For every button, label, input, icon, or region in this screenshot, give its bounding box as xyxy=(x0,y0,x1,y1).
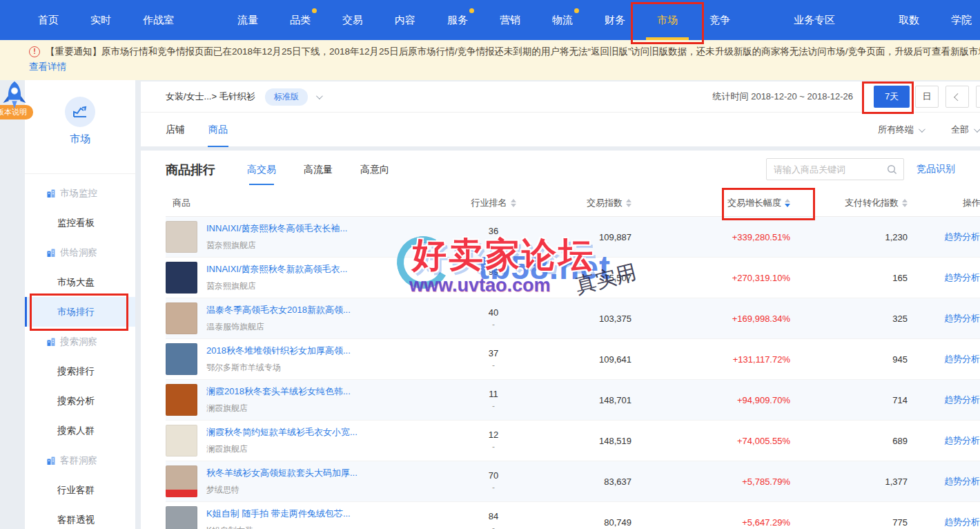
nav-item-label: 竞争 xyxy=(709,14,730,27)
trend-analysis-link[interactable]: 趋势分析 xyxy=(944,517,980,527)
product-image[interactable] xyxy=(166,465,197,497)
sidebar-item[interactable]: 监控看板 xyxy=(25,208,135,238)
product-image[interactable] xyxy=(166,262,197,294)
sidebar-item-label: 客群透视 xyxy=(57,514,95,526)
product-title-link[interactable]: 2018秋冬堆堆领针织衫女加厚高领... xyxy=(206,345,351,357)
product-shop-name: 鄂尔多斯市羊绒专场 xyxy=(206,362,351,374)
nav-item[interactable]: 市场 xyxy=(657,0,678,40)
standard-edition-badge[interactable]: 标准版 xyxy=(265,88,308,106)
nav-item[interactable]: 流量 xyxy=(237,0,258,40)
nav-item[interactable]: 营销 xyxy=(500,0,520,40)
nav-item[interactable]: 物流 xyxy=(552,0,573,40)
tab-shop[interactable]: 店铺 xyxy=(166,113,185,147)
prev-period-button[interactable] xyxy=(945,86,969,108)
nav-item[interactable]: 内容 xyxy=(395,0,415,40)
product-title-link[interactable]: INNAIXI/茵奈熙秋冬高领毛衣长袖... xyxy=(206,222,347,235)
nav-item[interactable]: 取数 xyxy=(899,0,919,40)
sidebar-item[interactable]: 客群洞察 xyxy=(25,445,135,475)
nav-item[interactable]: 作战室 xyxy=(143,0,174,40)
sidebar-item[interactable]: 搜索排行 xyxy=(25,356,135,386)
rocket-icon[interactable] xyxy=(1,80,28,110)
ranking-tabs: 高交易 高流量 高意向 xyxy=(247,151,417,189)
col-header-rank[interactable]: 行业排名 xyxy=(455,197,531,209)
sidebar-item[interactable]: 客群透视 xyxy=(25,505,135,529)
sidebar-item[interactable]: 市场大盘 xyxy=(25,267,135,297)
sort-icon[interactable] xyxy=(511,199,516,207)
competitor-identify-link[interactable]: 竞品识别 xyxy=(917,163,955,175)
sidebar-item[interactable]: 市场监控 xyxy=(25,178,135,208)
tab-product[interactable]: 商品 xyxy=(208,113,228,147)
nav-item-label: 学院 xyxy=(951,14,972,27)
sort-icon[interactable] xyxy=(902,199,908,207)
notice-detail-link[interactable]: 查看详情 xyxy=(29,61,66,73)
trend-analysis-link[interactable]: 趋势分析 xyxy=(944,231,980,242)
notification-dot-icon xyxy=(312,8,317,13)
product-title-link[interactable]: K姐自制 随手拍 带走两件兔绒包芯... xyxy=(206,508,351,520)
category-building-icon xyxy=(46,189,56,198)
product-image[interactable] xyxy=(166,343,197,375)
nav-item[interactable]: 财务 xyxy=(605,0,625,40)
terminal-filter-dropdown[interactable]: 所有终端 xyxy=(878,124,923,136)
category-building-icon xyxy=(46,248,56,258)
trade-index-value: 75,507 xyxy=(531,273,631,283)
col-header-trade-index[interactable]: 交易指数 xyxy=(531,197,631,209)
trend-analysis-link[interactable]: 趋势分析 xyxy=(944,394,980,405)
nav-item[interactable]: 服务 xyxy=(447,0,468,40)
sidebar-item[interactable]: 搜索洞察 xyxy=(25,327,135,356)
tab-high-trade[interactable]: 高交易 xyxy=(247,151,276,189)
sidebar-item[interactable]: 市场排行 xyxy=(25,297,135,327)
period-7day-button[interactable]: 7天 xyxy=(874,86,910,108)
nav-item[interactable]: 实时 xyxy=(90,0,111,40)
product-image[interactable] xyxy=(166,221,197,253)
product-image[interactable] xyxy=(166,384,197,416)
nav-item[interactable]: 品类 xyxy=(290,0,311,40)
product-title-link[interactable]: 秋冬羊绒衫女高领短款套头大码加厚... xyxy=(206,467,357,479)
nav-item[interactable]: 学院 xyxy=(951,0,972,40)
col-header-conversion[interactable]: 支付转化指数 xyxy=(832,197,935,209)
tab-high-intent[interactable]: 高意向 xyxy=(360,151,389,189)
col-header-growth[interactable]: 交易增长幅度 xyxy=(631,197,832,209)
col-header-action: 操作 xyxy=(935,197,980,209)
conversion-index-value: 945 xyxy=(832,354,935,365)
trade-index-value: 148,519 xyxy=(531,436,631,446)
search-icon[interactable] xyxy=(887,164,897,177)
sort-icon-active[interactable] xyxy=(785,199,790,207)
sidebar-item[interactable]: 搜索人群 xyxy=(25,416,135,445)
sidebar-item[interactable]: 行业客群 xyxy=(25,475,135,505)
nav-item[interactable]: 首页 xyxy=(38,0,59,40)
sort-icon[interactable] xyxy=(626,199,631,207)
conversion-index-value: 1,230 xyxy=(832,232,935,242)
chevron-down-icon[interactable] xyxy=(316,93,323,99)
trend-analysis-link[interactable]: 趋势分析 xyxy=(944,435,980,445)
conversion-index-value: 689 xyxy=(832,436,935,446)
growth-rate-value: +339,280.51% xyxy=(631,232,832,242)
search-input[interactable] xyxy=(767,159,884,180)
trend-analysis-link[interactable]: 趋势分析 xyxy=(944,272,980,282)
nav-item[interactable]: 交易 xyxy=(342,0,363,40)
product-title-link[interactable]: 澜霞2018秋冬套头羊绒衫女纯色韩... xyxy=(206,385,351,398)
sidebar-item[interactable]: 供给洞察 xyxy=(25,238,135,267)
product-image[interactable] xyxy=(166,425,197,456)
table-row: INNAIXI/茵奈熙秋冬新款高领毛衣... 茵奈熙旗舰店 99 - 75,50… xyxy=(166,258,980,298)
product-image[interactable] xyxy=(166,506,197,529)
nav-item[interactable]: 业务专区 xyxy=(794,0,835,40)
next-period-button[interactable] xyxy=(976,86,980,108)
sidebar-item-label: 监控看板 xyxy=(57,217,95,229)
conversion-index-value: 165 xyxy=(832,273,935,283)
product-title-link[interactable]: INNAIXI/茵奈熙秋冬新款高领毛衣... xyxy=(206,263,347,276)
tab-high-traffic[interactable]: 高流量 xyxy=(304,151,333,189)
industry-rank-value: 37 xyxy=(455,348,531,358)
scope-filter-dropdown[interactable]: 全部 xyxy=(951,124,979,136)
product-shop-name: 澜霞旗舰店 xyxy=(206,443,357,455)
trend-analysis-link[interactable]: 趋势分析 xyxy=(944,476,980,486)
product-title-link[interactable]: 澜霞秋冬简约短款羊绒衫毛衣女小宽... xyxy=(206,426,357,439)
trend-analysis-link[interactable]: 趋势分析 xyxy=(944,313,980,323)
trade-index-value: 83,637 xyxy=(531,477,631,487)
product-title-link[interactable]: 温泰冬季高领毛衣女2018新款高领... xyxy=(206,304,351,316)
product-image[interactable] xyxy=(166,302,197,334)
breadcrumb[interactable]: 女装/女士...> 毛针织衫 xyxy=(166,90,255,103)
period-day-button[interactable]: 日 xyxy=(915,86,939,108)
sidebar-item[interactable]: 搜索分析 xyxy=(25,386,135,416)
trend-analysis-link[interactable]: 趋势分析 xyxy=(944,354,980,364)
nav-item[interactable]: 竞争 xyxy=(709,0,730,40)
